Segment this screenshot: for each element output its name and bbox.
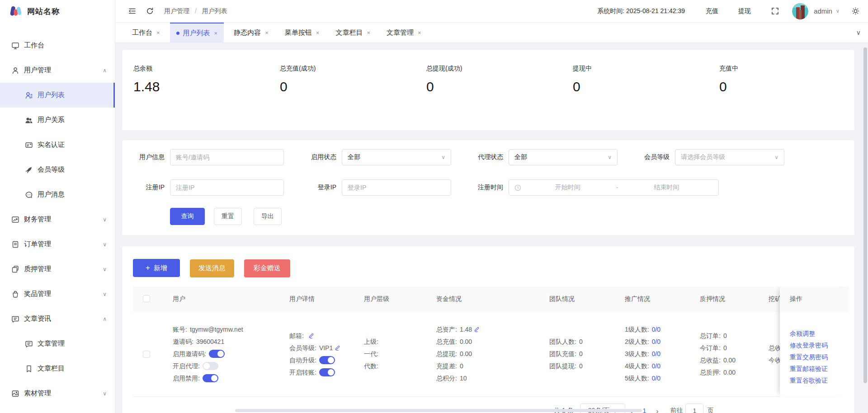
gear-icon[interactable] — [851, 7, 860, 15]
stat-withdrawing: 提现中0 — [561, 65, 708, 130]
level1-count-link[interactable]: 0/0 — [652, 326, 660, 333]
refresh-icon[interactable] — [146, 7, 154, 15]
bonus-button[interactable]: 彩金赠送 — [244, 259, 290, 277]
login-ip-input[interactable] — [342, 179, 451, 196]
document-icon — [11, 240, 19, 249]
send-message-button[interactable]: 发送消息 — [190, 259, 234, 277]
reset-google-verify-link[interactable]: 重置谷歌验证 — [790, 375, 849, 386]
user-menu[interactable]: admin ∨ — [814, 7, 840, 15]
sidebar-item-finance[interactable]: 财务管理 ∨ — [0, 207, 115, 232]
reg-time-range-picker[interactable]: 开始时间 - 结束时间 — [509, 179, 719, 196]
col-header-pledge: 质押情况 — [695, 295, 764, 303]
cell-level: 上级: 一代: 代数: — [359, 312, 432, 396]
stat-total-recharge: 总充值(成功)0 — [269, 65, 415, 130]
operations-fixed-column: 操作 余额调整 修改登录密码 重置交易密码 重置邮箱验证 重置谷歌验证 — [780, 286, 849, 397]
avatar[interactable] — [792, 3, 808, 19]
reset-trade-password-link[interactable]: 重置交易密码 — [790, 351, 849, 363]
sidebar-item-user-list[interactable]: 用户列表 — [0, 83, 115, 108]
sidebar-item-article-categories[interactable]: 文章栏目 — [0, 356, 115, 381]
reset-email-verify-link[interactable]: 重置邮箱验证 — [790, 363, 849, 375]
chevron-down-icon: ∨ — [103, 390, 107, 397]
invite-code-toggle[interactable] — [209, 350, 225, 358]
tabs-chevron-down-icon[interactable]: ∨ — [856, 29, 861, 36]
next-page-button[interactable]: › — [653, 407, 661, 413]
close-icon[interactable]: × — [367, 29, 370, 36]
reg-ip-input[interactable] — [170, 179, 284, 196]
chat-dots-icon — [25, 191, 33, 199]
tab-article-categories[interactable]: 文章栏目× — [329, 23, 377, 42]
sidebar-item-user-relations[interactable]: 用户关系 — [0, 108, 115, 132]
admin-screen: 网站名称 工作台 用户管理 ∧ 用户列表 用户关系 实名认证 — [0, 0, 868, 413]
agent-toggle[interactable] — [203, 362, 218, 370]
chevron-down-icon: ∨ — [608, 154, 612, 160]
tab-menu-buttons[interactable]: 菜单按钮× — [278, 23, 326, 42]
level5-count-link[interactable]: 0/0 — [652, 375, 660, 382]
edit-vip-icon[interactable] — [335, 344, 341, 351]
chevron-up-icon: ∧ — [103, 316, 107, 322]
sidebar-item-kyc[interactable]: 实名认证 — [0, 132, 115, 157]
level4-count-link[interactable]: 0/0 — [652, 362, 660, 370]
id-card-icon — [25, 141, 33, 149]
recharge-link[interactable]: 充值 — [706, 7, 718, 15]
horizontal-scrollbar[interactable] — [235, 409, 642, 412]
select-all-checkbox[interactable] — [143, 295, 150, 302]
sidebar-item-workbench[interactable]: 工作台 — [0, 33, 115, 58]
search-button[interactable]: 查询 — [170, 208, 205, 225]
breadcrumb-parent[interactable]: 用户管理 — [164, 7, 189, 14]
chart-icon — [11, 216, 19, 224]
stats-card: 总余额1.48 总充值(成功)0 总提现(成功)0 提现中0 充值中0 — [122, 50, 854, 130]
agent-status-select[interactable]: 全部∨ — [509, 149, 618, 165]
close-icon[interactable]: × — [265, 29, 269, 36]
sidebar-item-prizes[interactable]: 奖品管理 ∨ — [0, 282, 115, 306]
sidebar-item-user-messages[interactable]: 用户消息 — [0, 182, 115, 207]
withdraw-link[interactable]: 提现 — [738, 7, 751, 15]
close-icon[interactable]: × — [316, 29, 320, 36]
copy-icon — [11, 265, 19, 273]
change-login-password-link[interactable]: 修改登录密码 — [790, 339, 849, 351]
sidebar-item-article-management[interactable]: 文章管理 — [0, 331, 115, 356]
close-icon[interactable]: × — [214, 30, 218, 37]
close-icon[interactable]: × — [156, 29, 160, 36]
sidebar: 网站名称 工作台 用户管理 ∧ 用户列表 用户关系 实名认证 — [0, 0, 115, 413]
transfer-toggle[interactable] — [319, 368, 335, 376]
balance-adjust-link[interactable]: 余额调整 — [790, 328, 849, 339]
vertical-scrollbar[interactable] — [863, 47, 867, 383]
auto-upgrade-toggle[interactable] — [319, 356, 335, 364]
edit-assets-icon[interactable] — [474, 326, 480, 333]
col-header-promo: 推广情况 — [620, 295, 695, 303]
tab-static-content[interactable]: 静态内容× — [227, 23, 275, 42]
stat-total-balance: 总余额1.48 — [122, 65, 269, 130]
tab-workbench[interactable]: 工作台× — [126, 23, 166, 42]
sidebar-item-articles[interactable]: 文章资讯 ∧ — [0, 306, 115, 331]
username: admin — [814, 7, 832, 15]
tab-user-list[interactable]: 用户列表× — [170, 23, 224, 42]
level3-count-link[interactable]: 0/0 — [652, 350, 660, 357]
start-time-placeholder: 开始时间 — [521, 183, 614, 192]
level2-count-link[interactable]: 0/0 — [652, 338, 660, 345]
row-checkbox[interactable] — [143, 351, 150, 358]
edit-email-icon[interactable] — [308, 332, 315, 339]
sidebar-item-vip-level[interactable]: 会员等级 — [0, 157, 115, 182]
close-icon[interactable]: × — [418, 29, 421, 36]
fullscreen-icon[interactable] — [771, 7, 779, 15]
sidebar-item-pledge[interactable]: 质押管理 ∨ — [0, 257, 115, 282]
agent-status-label: 代理状态 — [464, 153, 503, 161]
bookmark-icon — [25, 365, 33, 373]
enable-status-select[interactable]: 全部∨ — [342, 149, 451, 165]
goto-page-input[interactable]: 1 — [685, 404, 703, 413]
sidebar-item-materials[interactable]: 素材管理 ∨ — [0, 381, 115, 406]
menu-fold-icon[interactable] — [128, 7, 137, 15]
sidebar-item-user-management[interactable]: 用户管理 ∧ — [0, 58, 115, 83]
sidebar-item-orders[interactable]: 订单管理 ∨ — [0, 232, 115, 257]
login-ip-label: 登录IP — [297, 183, 336, 192]
disable-toggle[interactable] — [203, 374, 218, 382]
cell-detail: 邮箱: 会员等级:VIP1 自动升级: 开启转账: — [285, 312, 359, 396]
tab-article-management[interactable]: 文章管理× — [380, 23, 428, 42]
chevron-down-icon: ∨ — [103, 216, 107, 223]
reset-button[interactable]: 重置 — [214, 208, 242, 225]
export-button[interactable]: 导出 — [254, 208, 282, 225]
add-user-button[interactable]: +新增 — [133, 259, 180, 277]
table-card: +新增 发送消息 彩金赠送 用户 用户详情 用户层级 资金情况 团队情况 推广情… — [122, 246, 854, 413]
user-info-input[interactable] — [170, 149, 284, 165]
vip-level-select[interactable]: 请选择会员等级∨ — [675, 149, 784, 165]
